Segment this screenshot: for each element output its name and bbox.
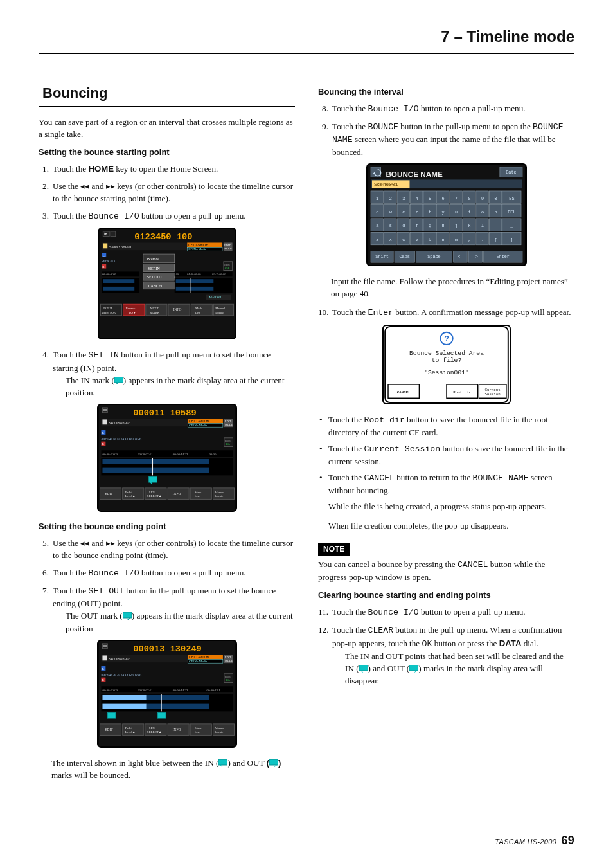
svg-rect-70 xyxy=(102,419,107,424)
screenshot-bounce-name: BOUNCE NAME Date Scene001 1234567890BSqw… xyxy=(366,163,527,266)
svg-text:->: -> xyxy=(472,254,477,259)
svg-text:05h: 05h xyxy=(224,267,229,270)
svg-text:k: k xyxy=(468,224,470,229)
svg-text:00:00:00:0: 00:00:00:0 xyxy=(102,273,116,276)
svg-text:y: y xyxy=(441,210,444,215)
bounce-name-label: BOUNCE NAME xyxy=(473,473,529,483)
svg-text:-: - xyxy=(494,224,497,229)
svg-rect-144 xyxy=(102,695,146,700)
svg-text:dBFS 48 36  30  24  18  12  6 : dBFS 48 36 30 24 18 12 6 OVR xyxy=(101,673,142,676)
right-column: Bouncing the interval 8.Touch the Bounce… xyxy=(318,80,574,788)
svg-text:0123450 100: 0123450 100 xyxy=(134,232,192,242)
svg-text:SELECT▲: SELECT▲ xyxy=(147,494,161,498)
svg-text:Session001: Session001 xyxy=(109,657,132,662)
svg-rect-169 xyxy=(269,759,278,765)
data-dial: DATA xyxy=(499,638,522,648)
svg-text:00:00:22:1: 00:00:22:1 xyxy=(206,689,220,692)
svg-text:MARK: MARK xyxy=(150,311,159,314)
svg-text:CANCEL: CANCEL xyxy=(148,284,163,288)
bullet-rootdir: Touch the Root dir button to save the bo… xyxy=(328,413,574,439)
svg-text:Bounce: Bounce xyxy=(147,257,159,261)
svg-text:Manual: Manual xyxy=(215,307,226,310)
svg-rect-292 xyxy=(359,665,368,671)
svg-text:00:00:: 00:00: xyxy=(209,453,217,456)
step-8: 8.Touch the Bounce I/O button to open a … xyxy=(328,102,574,115)
svg-text:b: b xyxy=(429,237,431,242)
svg-text:Locate: Locate xyxy=(215,730,223,734)
svg-text:INFO: INFO xyxy=(172,727,181,731)
svg-rect-67 xyxy=(103,409,107,411)
subhead-starting: Setting the bounce starting point xyxy=(39,147,295,159)
root-dir-label: Root dir xyxy=(364,415,404,425)
svg-text:L: L xyxy=(102,254,104,257)
step-10: 10.Touch the Enter button. A confirmatio… xyxy=(328,306,574,319)
svg-text:Session001: Session001 xyxy=(109,246,132,250)
svg-text:Session001: Session001 xyxy=(109,421,132,426)
screenshot-out-mark: 000013 130249 Session001 CF1 124h00m CF2… xyxy=(97,640,237,748)
svg-text:"Session001": "Session001" xyxy=(424,369,469,376)
bullet-current-session: Touch the Current Session button to save… xyxy=(328,442,574,467)
svg-text:h: h xyxy=(441,224,444,229)
svg-text:n: n xyxy=(441,237,444,242)
svg-text:[: [ xyxy=(494,237,497,242)
step-6: 6.Touch the Bounce I/O button to open a … xyxy=(49,566,295,579)
svg-text:BS: BS xyxy=(509,196,514,201)
rewind-icon: ◂◂ xyxy=(80,181,89,191)
interval-note: The interval shown in light blue between… xyxy=(51,757,295,781)
svg-text:1: 1 xyxy=(376,196,378,201)
svg-text:EDIT: EDIT xyxy=(105,492,113,496)
svg-text:CF2No Media: CF2No Media xyxy=(189,424,208,427)
forward-icon: ▸▸ xyxy=(106,538,115,548)
svg-text:Caps: Caps xyxy=(399,254,409,259)
svg-text:to file?: to file? xyxy=(431,357,461,364)
svg-text:Session: Session xyxy=(484,392,500,397)
page-footer: TASCAM HS-2000 69 xyxy=(495,832,574,849)
current-session-label: Current Session xyxy=(364,444,440,454)
svg-text:MODE: MODE xyxy=(224,248,232,251)
svg-text:a: a xyxy=(376,224,378,229)
svg-text:l: l xyxy=(481,224,484,229)
svg-text:DEL: DEL xyxy=(508,210,515,215)
out-mark-icon xyxy=(269,759,278,767)
svg-text:m: m xyxy=(455,237,458,242)
step-2: 2.Use the ◂◂ and ▸▸ keys (or other contr… xyxy=(49,180,295,204)
note-text: You can cancel a bounce by pressing the … xyxy=(318,558,574,583)
svg-text:01:30:00:00: 01:30:00:00 xyxy=(187,273,201,276)
svg-text:5: 5 xyxy=(429,196,431,201)
svg-text:Fade/: Fade/ xyxy=(125,491,132,494)
home-key: HOME xyxy=(88,164,114,174)
svg-rect-93 xyxy=(102,459,209,464)
svg-text:NEXT: NEXT xyxy=(150,307,158,310)
svg-text:8: 8 xyxy=(468,196,470,201)
svg-text:00:00:07:11: 00:00:07:11 xyxy=(138,689,153,692)
svg-text:.: . xyxy=(481,237,484,242)
svg-rect-114 xyxy=(123,612,132,618)
svg-text:Scene001: Scene001 xyxy=(373,182,398,187)
svg-text:CF1 124h00m: CF1 124h00m xyxy=(189,655,209,659)
in-mark-icon xyxy=(359,665,368,673)
svg-text:x: x xyxy=(389,237,391,242)
subhead-clearing: Clearing bounce starting and ending poin… xyxy=(318,590,574,602)
svg-text:r: r xyxy=(415,210,418,215)
svg-text:Mark: Mark xyxy=(194,726,201,729)
set-in-label: SET IN xyxy=(88,350,118,360)
svg-text:Fade/: Fade/ xyxy=(125,726,132,729)
cancel-label: CANCEL xyxy=(458,560,488,570)
svg-text:3: 3 xyxy=(402,196,405,201)
svg-text:CF1 124h00m: CF1 124h00m xyxy=(189,419,209,423)
svg-text:I/O▼: I/O▼ xyxy=(129,311,136,314)
footer-brand: TASCAM HS-2000 xyxy=(495,838,556,845)
bounce-io-label: Bounce I/O xyxy=(88,212,139,221)
svg-text:CF1 124h00m: CF1 124h00m xyxy=(188,244,209,248)
svg-text:zoom: zoom xyxy=(224,440,230,442)
svg-text:Mark: Mark xyxy=(195,307,202,310)
page-number: 69 xyxy=(561,834,574,847)
svg-text:EDIT: EDIT xyxy=(105,727,113,731)
svg-rect-145 xyxy=(146,695,209,700)
svg-text:SET IN: SET IN xyxy=(148,267,160,271)
svg-text:CF2No Media: CF2No Media xyxy=(189,660,208,663)
svg-text:i: i xyxy=(468,210,470,215)
svg-text:,: , xyxy=(468,237,470,242)
svg-text:000013 130249: 000013 130249 xyxy=(133,644,202,653)
svg-text:Current: Current xyxy=(484,387,500,392)
